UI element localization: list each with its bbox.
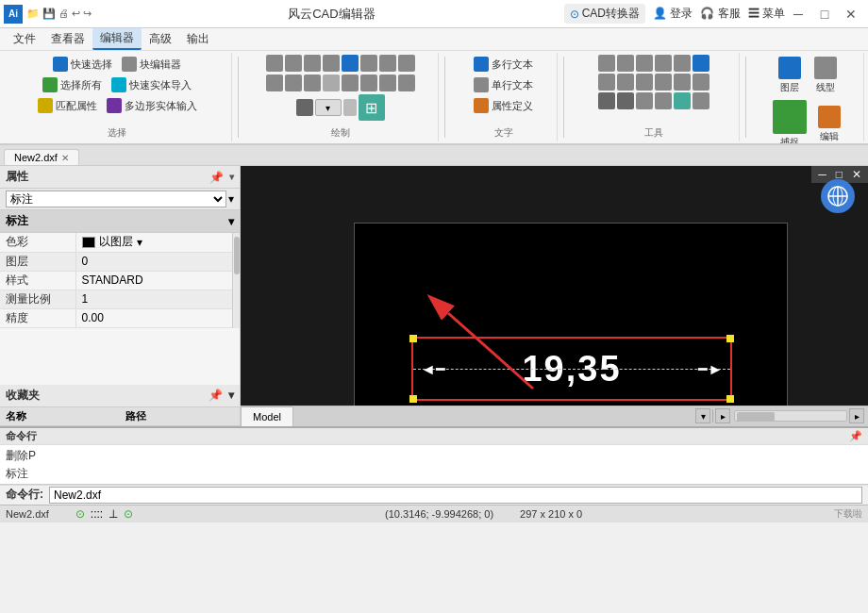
tool-icon-3[interactable]: [636, 55, 653, 72]
viewport-icon[interactable]: [821, 179, 855, 213]
properties-collapse[interactable]: ▾: [229, 172, 234, 182]
select-all-btn[interactable]: 选择所有: [39, 75, 106, 94]
tool-icon-10[interactable]: [655, 74, 672, 91]
draw-icon-3[interactable]: [304, 55, 321, 72]
tool-icon-18[interactable]: [693, 92, 709, 109]
canvas-scroll-right2[interactable]: ▸: [849, 408, 864, 423]
status-icon-1[interactable]: ⊙: [75, 507, 85, 521]
canvas-scroll-down[interactable]: ▾: [695, 408, 710, 423]
draw-icon-12[interactable]: [323, 75, 340, 91]
canvas-btn-minus[interactable]: ─: [815, 168, 829, 181]
tool-icon-14[interactable]: [617, 92, 634, 109]
maximize-btn[interactable]: □: [811, 1, 838, 27]
tool-icon-7[interactable]: [598, 74, 615, 91]
corner-tl[interactable]: [409, 335, 417, 342]
draw-icon-7[interactable]: [379, 55, 396, 72]
command-input-field[interactable]: [49, 487, 862, 504]
tool-icon-1[interactable]: [598, 55, 615, 72]
draw-icon-18[interactable]: [343, 99, 357, 116]
menu-output[interactable]: 输出: [179, 29, 217, 49]
menu-editor[interactable]: 编辑器: [92, 28, 142, 50]
tool-icon-11[interactable]: [674, 74, 691, 91]
properties-expand-btn[interactable]: ▾: [228, 192, 234, 206]
canvas-btn-close[interactable]: ✕: [849, 168, 864, 181]
prop-value-style[interactable]: STANDARD: [75, 271, 240, 290]
prop-value-scale[interactable]: 1: [75, 290, 240, 308]
menu-btn[interactable]: ☰ 菜单: [748, 6, 785, 22]
tool-icon-13[interactable]: [598, 92, 615, 109]
corner-tr[interactable]: [726, 335, 734, 342]
draw-icon-8[interactable]: [398, 55, 415, 72]
doc-tab-close[interactable]: ✕: [61, 153, 69, 163]
cad-converter-btn[interactable]: ⊙ CAD转换器: [564, 4, 645, 24]
layer-btn[interactable]: 图层: [773, 55, 807, 96]
draw-icon-4[interactable]: [323, 55, 340, 72]
favorites-pin[interactable]: 📌: [209, 389, 223, 402]
tool-icon-17[interactable]: [674, 92, 691, 109]
prop-scrollbar[interactable]: [232, 233, 240, 328]
tool-icon-12[interactable]: [693, 74, 709, 91]
draw-icon-13[interactable]: [342, 75, 359, 91]
properties-dropdown[interactable]: 标注: [6, 191, 226, 207]
canvas-model-tab[interactable]: Model: [241, 406, 293, 426]
service-btn[interactable]: 🎧 客服: [700, 6, 740, 22]
attr-def-btn[interactable]: 属性定义: [470, 96, 537, 115]
prop-value-layer[interactable]: 0: [75, 252, 240, 271]
linetype-btn[interactable]: 线型: [809, 55, 843, 96]
draw-icon-11[interactable]: [304, 75, 321, 91]
close-btn[interactable]: ✕: [838, 1, 864, 27]
canvas-hscroll[interactable]: [734, 410, 847, 422]
poly-input-btn[interactable]: 多边形实体输入: [103, 96, 201, 115]
draw-icon-17[interactable]: [296, 99, 313, 116]
tool-icon-16[interactable]: [655, 92, 672, 109]
menu-file[interactable]: 文件: [6, 29, 43, 49]
tool-icon-2[interactable]: [617, 55, 634, 72]
menu-viewer[interactable]: 查看器: [43, 29, 92, 49]
singleline-text-btn[interactable]: 单行文本: [470, 75, 537, 94]
draw-icon-1[interactable]: [266, 55, 283, 72]
tool-icon-15[interactable]: [636, 92, 653, 109]
status-icon-3[interactable]: ⊙: [124, 507, 133, 521]
tool-icon-4[interactable]: [655, 55, 672, 72]
prop-value-precision[interactable]: 0.00: [75, 308, 240, 327]
menu-advanced[interactable]: 高级: [142, 29, 179, 49]
canvas-area[interactable]: ─ □ ✕ ◄━ 19,35 ━►: [241, 166, 868, 426]
prop-value-color[interactable]: 以图层 ▾: [75, 233, 240, 252]
canvas-scroll-right[interactable]: ▸: [715, 408, 730, 423]
draw-icon-15[interactable]: [379, 75, 396, 91]
status-icon-2[interactable]: ⊥: [108, 507, 118, 521]
quick-import-btn[interactable]: 快速实体导入: [108, 75, 195, 94]
favorites-collapse[interactable]: ▾: [228, 389, 234, 402]
command-panel-pin[interactable]: 📌: [849, 430, 862, 442]
dimension-box[interactable]: ◄━ 19,35 ━►: [411, 337, 732, 401]
block-editor-btn[interactable]: 块编辑器: [118, 55, 185, 74]
linetype-icon: [814, 57, 837, 79]
edit-btn[interactable]: 编辑: [812, 104, 846, 143]
corner-bl[interactable]: [409, 395, 417, 403]
multiline-text-btn[interactable]: 多行文本: [470, 55, 537, 74]
tool-icon-8[interactable]: [617, 74, 634, 91]
properties-pin[interactable]: 📌: [209, 171, 224, 184]
draw-icon-16[interactable]: [398, 75, 415, 91]
tool-icon-6[interactable]: [693, 55, 709, 72]
match-props-btn[interactable]: 匹配属性: [34, 96, 101, 115]
draw-icon-5[interactable]: [342, 55, 359, 72]
draw-dropdown-1[interactable]: ▾: [315, 99, 342, 116]
draw-icon-2[interactable]: [285, 55, 302, 72]
draw-icon-6[interactable]: [360, 55, 377, 72]
draw-icon-9[interactable]: [266, 75, 283, 91]
tool-icon-9[interactable]: [636, 74, 653, 91]
quick-select-btn[interactable]: 快速选择: [49, 55, 116, 74]
minimize-btn[interactable]: ─: [785, 1, 811, 27]
prop-spacer: [0, 328, 240, 385]
draw-icon-10[interactable]: [285, 75, 302, 91]
corner-br[interactable]: [726, 395, 734, 403]
draw-icon-14[interactable]: [360, 75, 377, 91]
snap-btn[interactable]: 捕捉: [769, 98, 810, 143]
draw-big-icon[interactable]: ⊞: [359, 94, 385, 121]
doc-tab-new2[interactable]: New2.dxf ✕: [4, 149, 79, 165]
prop-label-scale: 测量比例: [0, 290, 75, 308]
properties-section-collapse[interactable]: ▾: [228, 215, 234, 228]
login-btn[interactable]: 👤 登录: [653, 6, 693, 22]
tool-icon-5[interactable]: [674, 55, 691, 72]
